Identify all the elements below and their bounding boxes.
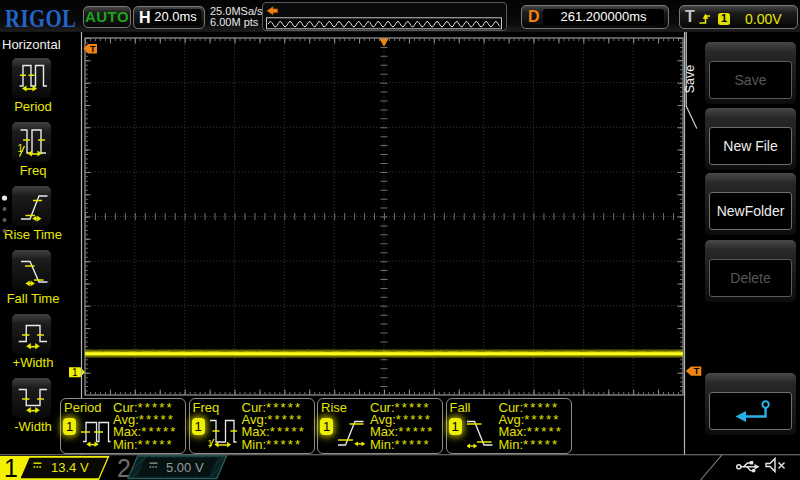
svg-text:13.4 V: 13.4 V bbox=[51, 460, 89, 475]
svg-text:1: 1 bbox=[4, 454, 18, 480]
svg-text:5.00 V: 5.00 V bbox=[166, 460, 204, 475]
